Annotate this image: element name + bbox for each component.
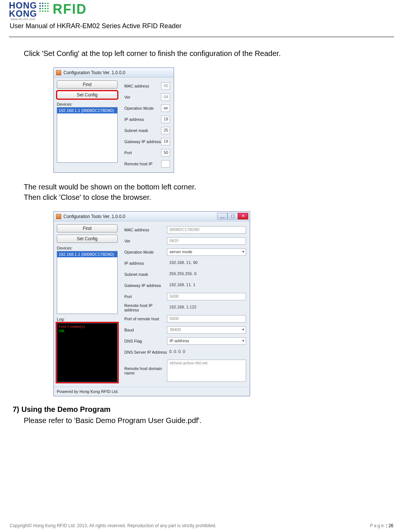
screenshot-result: Configuration Tools Ver. 1.0.0.0 __ ▢ ✕ … [53,211,394,396]
window-footer: Powered by Hong Kong RFID Ltd. [54,387,250,396]
find-button[interactable]: Find [57,224,118,232]
set-config-button[interactable]: Set Config [57,91,118,99]
app-icon [56,214,61,219]
list-item[interactable]: 192.168.1.1 (0008DC178D9D) [57,251,117,257]
find-button[interactable]: Find [57,80,118,89]
app-icon [56,70,61,75]
log-line: Find 1 reader(s) [59,324,116,328]
screenshot-set-config: Configuration Tools Ver. 1.0.0.0 Find Se… [53,67,394,173]
log-output: Find 1 reader(s) OK [57,323,118,382]
page-footer: Copyright© Hong Kong RFID Ltd. 2013, All… [0,523,403,528]
instruction-1: Click 'Set Config' at the top left corne… [24,48,394,59]
field-remote-host-ip: Remote host IP address192.168. 1.122 [124,302,246,313]
field-dns-server-ip: DNS Server IP Address 0. 0. 0. 0 [124,347,246,358]
field-port: Port5000 [124,291,246,302]
window-title: Configuration Tools Ver. 1.0.0.0 [63,214,125,219]
maximize-button[interactable]: ▢ [227,213,238,219]
window-titlebar: Configuration Tools Ver. 1.0.0.0 [54,68,174,77]
field-opmode: Operation Modeserver mode [124,247,246,258]
field-subnet: Subnet mask255.255.255. 0 [124,269,246,280]
logo-url: www.hk-rfid.com [9,17,37,21]
divider [9,37,394,37]
manual-title: User Manual of HKRAR-EM02 Series Active … [10,22,394,30]
devices-label: Devices: [57,102,118,106]
field-subnet: Subnet mask25 [124,125,170,136]
set-config-button[interactable]: Set Config [57,235,118,243]
logo-dots-icon [39,1,50,13]
copyright: Copyright© Hong Kong RFID Ltd. 2013, All… [10,523,216,528]
instruction-2: The result would be shown on the bottom … [24,182,394,202]
devices-label: Devices: [57,246,118,250]
section-7-heading: 7) Using the Demo Program [13,405,394,414]
logo: HONGKONG www.hk-rfid.com RFID [9,0,394,21]
field-mac: MAC address0008DC178D9D [124,224,246,235]
field-ip: IP address192.168. 11. 90 [124,258,246,269]
devices-listbox[interactable]: 192.168.1.1 (0008DC178D9D) [57,251,118,314]
minimize-button[interactable]: __ [217,213,227,219]
logo-hongkong: HONGKONG [9,1,37,17]
devices-listbox[interactable]: 192.168.1.1 (0008DC178D9D) [57,107,118,163]
field-gateway: Gateway IP address192.168. 11. 1 [124,280,246,291]
page-number: Page | 26 [370,523,393,528]
field-remote-host-ip: Remote host IP [124,158,170,169]
field-opmode: Operation Modese [124,103,170,114]
log-label: Log: [57,317,118,321]
field-baud: Baud38400 [124,324,246,336]
window-titlebar: Configuration Tools Ver. 1.0.0.0 __ ▢ ✕ [54,212,250,221]
field-port: Port50 [124,147,170,158]
field-gateway: Gateway IP address19 [124,136,170,147]
field-ver: Ver04 [124,92,170,103]
field-remote-host-domain: Remote host domain namextrhost.active-rf… [124,358,246,384]
logo-rfid: RFID [53,1,87,17]
field-dns-flag: DNS FlagIP address [124,336,246,347]
field-ver: Ver041F [124,235,246,247]
field-ip: IP address19 [124,114,170,125]
field-remote-host-port: Port of remote host5000 [124,313,246,324]
section-7-text: Please refer to 'Basic Demo Program User… [24,415,394,426]
close-button[interactable]: ✕ [238,213,248,219]
field-mac: MAC address00 [124,80,170,92]
log-line: OK [59,328,116,333]
window-title: Configuration Tools Ver. 1.0.0.0 [63,70,125,75]
list-item[interactable]: 192.168.1.1 (0008DC178D9D) [57,108,117,113]
